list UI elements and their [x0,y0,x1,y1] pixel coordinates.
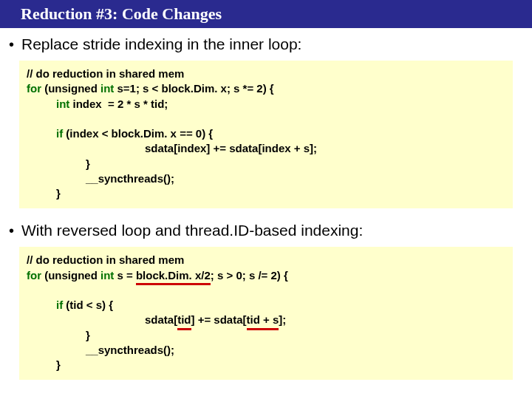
keyword-if: if [56,299,63,311]
code-block-2: // do reduction in shared mem for (unsig… [19,247,513,380]
keyword-for: for [27,269,41,282]
code-line: __syncthreads(); [27,343,505,358]
code-blank [27,112,505,126]
code-line: } [27,157,505,171]
code-blank [27,283,505,298]
code-line: if (tid < s) { [27,298,505,313]
bullet-dot-icon: • [9,35,14,53]
code-text: ]; [279,313,286,326]
bullet-dot-icon: • [9,222,14,239]
code-line: for (unsigned int s=1; s < block.Dim. x;… [27,81,505,96]
code-text: index = 2 * s * tid; [69,98,168,110]
bullet-1-text: Replace stride indexing in the inner loo… [21,35,301,53]
code-text: (tid < s) { [63,299,113,311]
code-line: if (index < block.Dim. x == 0) { [27,126,505,141]
slide-title: Reduction #3: Code Changes [0,0,532,28]
keyword-for: for [27,82,41,95]
keyword-int: int [100,269,114,282]
code-text: (index < block.Dim. x == 0) { [63,127,213,140]
code-line: } [27,186,505,201]
code-text: tid + s [247,313,279,326]
highlighted-change: tid + s [247,313,279,327]
highlighted-change: tid [177,313,191,327]
code-line: __syncthreads(); [27,171,505,186]
code-line: sdata[tid] += sdata[tid + s]; [27,313,505,327]
code-text: sdata[ [145,313,177,326]
code-text: s = [114,269,136,282]
code-line: // do reduction in shared mem [27,253,505,267]
code-text: ; s > 0; s /= 2) { [211,269,288,282]
highlighted-change: block.Dim. x/2 [136,268,211,283]
keyword-if: if [56,127,63,140]
code-text: tid [177,313,191,326]
code-line: // do reduction in shared mem [27,66,505,81]
code-line: sdata[index] += sdata[index + s]; [27,141,505,156]
code-block-1: // do reduction in shared mem for (unsig… [19,61,513,208]
code-line: } [27,358,505,372]
bullet-2-text: With reversed loop and thread.ID-based i… [21,222,363,239]
keyword-int: int [100,82,114,95]
code-line: int index = 2 * s * tid; [27,97,505,112]
code-text: (unsigned [41,82,100,95]
code-text: block.Dim. x/2 [136,269,211,282]
bullet-1: • Replace stride indexing in the inner l… [0,28,532,58]
code-text: s=1; s < block.Dim. x; s *= 2) { [114,82,273,95]
bullet-2: • With reversed loop and thread.ID-based… [0,214,532,244]
code-text: ] += sdata[ [191,313,247,326]
code-line: for (unsigned int s = block.Dim. x/2; s … [27,268,505,283]
code-text: (unsigned [41,269,100,282]
keyword-int: int [56,98,69,110]
code-line: } [27,328,505,343]
